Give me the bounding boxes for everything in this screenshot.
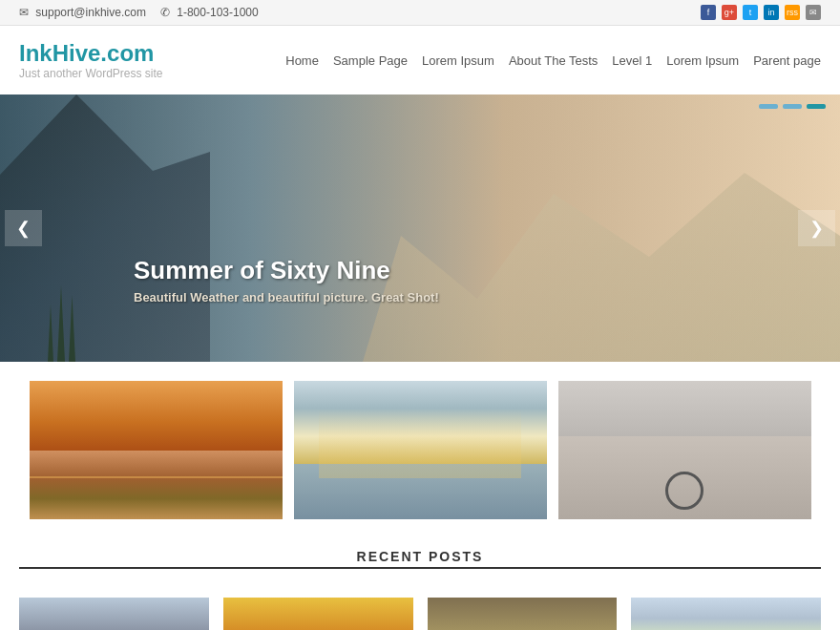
twitter-icon[interactable]: t xyxy=(743,5,758,20)
post-item-4: Images Test Image Alignment Tests: Un-Ca… xyxy=(631,598,821,630)
post-item-1: Layout Test This is a sticky post!!! Mak… xyxy=(19,598,209,630)
nav-about-tests[interactable]: About The Tests xyxy=(509,53,598,68)
slider-dot-2[interactable] xyxy=(783,104,802,109)
main-nav: Home Sample Page Lorem Ipsum About The T… xyxy=(285,53,821,68)
slider-prev-button[interactable]: ❮ xyxy=(5,210,42,246)
top-bar-left: ✉ support@inkhive.com ✆ 1-800-103-1000 xyxy=(19,6,259,19)
linkedin-icon[interactable]: in xyxy=(764,5,779,20)
hero-title: Summer of Sixty Nine xyxy=(134,256,439,285)
hero-slider: Summer of Sixty Nine Beautiful Weather a… xyxy=(0,94,840,362)
recent-posts-section: RECENT POSTS Layout Test This is a stick… xyxy=(0,538,840,630)
slider-next-button[interactable]: ❯ xyxy=(798,210,835,246)
site-header: InkHive.com Just another WordPress site … xyxy=(0,26,840,94)
site-title[interactable]: InkHive.com xyxy=(19,40,163,67)
nav-level1[interactable]: Level 1 xyxy=(612,53,652,68)
nav-sample-page[interactable]: Sample Page xyxy=(333,53,408,68)
email-social-icon[interactable]: ✉ xyxy=(806,5,821,20)
gallery-item-3[interactable] xyxy=(558,381,811,519)
nav-home[interactable]: Home xyxy=(285,53,319,68)
post-item-2: Hello world! Etiam pulvinar urna, lacus!… xyxy=(223,598,413,630)
gallery-item-2[interactable] xyxy=(294,381,547,519)
posts-grid: Layout Test This is a sticky post!!! Mak… xyxy=(19,598,821,630)
rss-icon[interactable]: rss xyxy=(785,5,800,20)
nav-lorem-ipsum-2[interactable]: Lorem Ipsum xyxy=(666,53,739,68)
post-thumb-2[interactable] xyxy=(223,598,413,630)
nav-lorem-ipsum-1[interactable]: Lorem Ipsum xyxy=(422,53,494,68)
hero-trees xyxy=(48,285,75,362)
hero-text: Summer of Sixty Nine Beautiful Weather a… xyxy=(134,256,439,304)
hero-subtitle: Beautiful Weather and beautiful picture.… xyxy=(134,290,439,304)
email-contact: ✉ support@inkhive.com xyxy=(19,6,146,19)
post-thumb-4[interactable] xyxy=(631,598,821,630)
social-icons: f g+ t in rss ✉ xyxy=(701,5,821,20)
post-item-3: Readability Test All children, except on… xyxy=(428,598,618,630)
top-bar: ✉ support@inkhive.com ✆ 1-800-103-1000 f… xyxy=(0,0,840,26)
nav-parent-page[interactable]: Parent page xyxy=(753,53,821,68)
slider-dots xyxy=(759,104,826,109)
slider-dot-1[interactable] xyxy=(759,104,778,109)
gallery-row xyxy=(0,362,840,538)
facebook-icon[interactable]: f xyxy=(701,5,716,20)
gallery-item-1[interactable] xyxy=(30,381,283,519)
googleplus-icon[interactable]: g+ xyxy=(722,5,737,20)
post-thumb-3[interactable] xyxy=(428,598,618,630)
hero-overlay xyxy=(0,94,840,362)
slider-dot-3[interactable] xyxy=(807,104,826,109)
recent-posts-title: RECENT POSTS xyxy=(19,549,821,569)
site-tagline: Just another WordPress site xyxy=(19,67,163,80)
email-icon: ✉ xyxy=(19,6,29,19)
phone-contact: ✆ 1-800-103-1000 xyxy=(160,6,259,19)
post-thumb-1[interactable] xyxy=(19,598,209,630)
phone-icon: ✆ xyxy=(160,6,170,19)
site-branding: InkHive.com Just another WordPress site xyxy=(19,40,163,80)
